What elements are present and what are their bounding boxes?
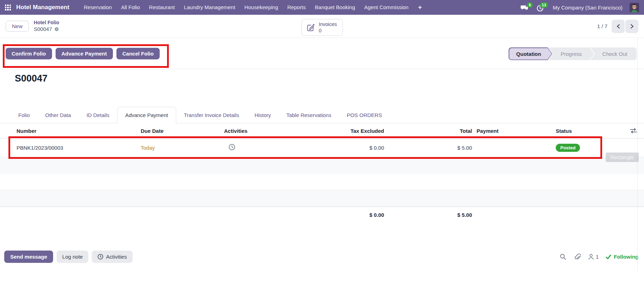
clock-icon[interactable]: [229, 144, 235, 150]
totals-tax-excluded: $ 0.00: [280, 212, 387, 218]
followers-count: 1: [596, 254, 599, 260]
column-header-number[interactable]: Number: [11, 128, 135, 134]
column-header-total[interactable]: Total: [387, 128, 475, 134]
statusbar: Quotation Progress Check Out: [509, 47, 637, 60]
tab-other-data[interactable]: Other Data: [38, 107, 79, 123]
chevron-right-icon: [630, 24, 634, 29]
app-title[interactable]: Hotel Management: [16, 4, 69, 11]
menu-agent-commission[interactable]: Agent Commission: [360, 0, 413, 15]
tab-history[interactable]: History: [247, 107, 279, 123]
pager-previous-button[interactable]: [612, 20, 625, 33]
row-number: PBNK1/2023/00003: [11, 145, 135, 151]
tab-id-details[interactable]: ID Details: [79, 107, 117, 123]
list-header-row: Number Due Date Activities Tax Excluded …: [0, 123, 644, 138]
following-button[interactable]: Following: [606, 254, 638, 260]
tab-table-reservations[interactable]: Table Reservations: [279, 107, 339, 123]
table-empty-row: [0, 174, 644, 190]
status-step-quotation[interactable]: Quotation: [509, 47, 552, 60]
send-message-button[interactable]: Send message: [4, 251, 53, 263]
activities-button[interactable]: 13: [534, 3, 547, 12]
activities-schedule-button[interactable]: Activities: [92, 251, 132, 263]
breadcrumb-current-record: S00047: [34, 26, 52, 33]
messages-button[interactable]: 6: [518, 3, 532, 12]
invoices-label: Invoices: [319, 21, 337, 27]
status-badge: Posted: [556, 144, 580, 152]
following-label: Following: [614, 254, 638, 260]
apps-grid-icon[interactable]: [5, 5, 11, 11]
tab-folio[interactable]: Folio: [11, 107, 38, 123]
column-header-payment[interactable]: Payment: [475, 128, 549, 134]
company-switcher[interactable]: My Company (San Francisco): [553, 5, 623, 11]
pager: 1 / 7: [597, 20, 638, 33]
invoices-count: 0: [319, 27, 337, 34]
table-empty-row: [0, 190, 644, 207]
menu-reports[interactable]: Reports: [283, 0, 311, 15]
top-navbar: Hotel Management Reservation All Folio R…: [0, 0, 644, 15]
row-total: $ 5.00: [387, 145, 475, 151]
status-step-progress[interactable]: Progress: [548, 47, 594, 60]
log-note-button[interactable]: Log note: [57, 251, 88, 263]
following-check-icon: [606, 254, 611, 259]
attach-files-button[interactable]: [574, 253, 581, 260]
clock-icon: [97, 254, 103, 260]
annotation-tooltip: Rectangle: [606, 153, 639, 162]
breadcrumb: Hotel Folio S00047 ⚙: [34, 20, 59, 32]
form-statusbar-row: Confirm Folio Advance Payment Cancel Fol…: [0, 38, 644, 69]
followers-button[interactable]: 1: [588, 253, 599, 260]
menu-restaurant[interactable]: Restaurant: [145, 0, 179, 15]
status-step-label: Quotation: [516, 51, 545, 57]
notebook-tabs: Folio Other Data ID Details Advance Paym…: [0, 107, 644, 123]
menu-laundry-management[interactable]: Laundry Management: [179, 0, 240, 15]
search-messages-button[interactable]: [560, 253, 567, 260]
row-tax-excluded: $ 0.00: [280, 145, 387, 151]
column-header-status[interactable]: Status: [549, 128, 623, 134]
cancel-folio-button[interactable]: Cancel Folio: [116, 48, 160, 59]
confirm-folio-button[interactable]: Confirm Folio: [6, 48, 52, 59]
activities-button-label: Activities: [106, 254, 127, 260]
messages-count-badge: 6: [527, 2, 533, 8]
record-title: S00047: [0, 69, 644, 88]
list-totals-row: $ 0.00 $ 5.00: [0, 207, 644, 223]
menu-banquet-booking[interactable]: Banquet Booking: [310, 0, 359, 15]
menu-plus-icon[interactable]: +: [413, 4, 427, 11]
pager-range: 1 / 7: [597, 23, 607, 29]
control-panel: New Hotel Folio S00047 ⚙ Invoices 0 1 / …: [0, 15, 644, 38]
totals-total: $ 5.00: [387, 212, 475, 218]
activities-count-badge: 13: [540, 2, 548, 8]
optional-columns-icon[interactable]: [630, 128, 637, 134]
gear-icon[interactable]: ⚙: [55, 26, 59, 33]
invoices-pencil-icon: [306, 23, 315, 32]
advance-payment-button[interactable]: Advance Payment: [56, 48, 113, 59]
new-button[interactable]: New: [6, 21, 29, 32]
paperclip-icon: [574, 253, 581, 260]
breadcrumb-hotel-folio[interactable]: Hotel Folio: [34, 20, 59, 26]
menu-housekeeping[interactable]: Housekeeping: [240, 0, 283, 15]
table-row[interactable]: PBNK1/2023/00003 Today $ 0.00 $ 5.00 Pos…: [0, 138, 644, 157]
pager-next-button[interactable]: [625, 20, 638, 33]
chatter-toolbar: Send message Log note Activities: [4, 251, 638, 263]
menu-all-folio[interactable]: All Folio: [116, 0, 144, 15]
column-header-tax-excluded[interactable]: Tax Excluded: [280, 128, 387, 134]
tab-pos-orders[interactable]: POS ORDERS: [339, 107, 390, 123]
tab-advance-payment[interactable]: Advance Payment: [117, 107, 176, 123]
search-icon: [560, 253, 567, 260]
invoices-stat-button[interactable]: Invoices 0: [301, 19, 343, 36]
menu-reservation[interactable]: Reservation: [79, 0, 116, 15]
table-empty-row: [0, 157, 644, 174]
chevron-left-icon: [616, 24, 620, 29]
status-step-check-out[interactable]: Check Out: [590, 47, 637, 60]
column-header-activities[interactable]: Activities: [222, 128, 280, 134]
column-header-due-date[interactable]: Due Date: [135, 128, 222, 134]
followers-icon: [588, 253, 594, 260]
avatar[interactable]: [630, 3, 639, 12]
row-due-date: Today: [135, 145, 222, 151]
tab-transfer-invoice-details[interactable]: Transfer Invoice Details: [176, 107, 247, 123]
